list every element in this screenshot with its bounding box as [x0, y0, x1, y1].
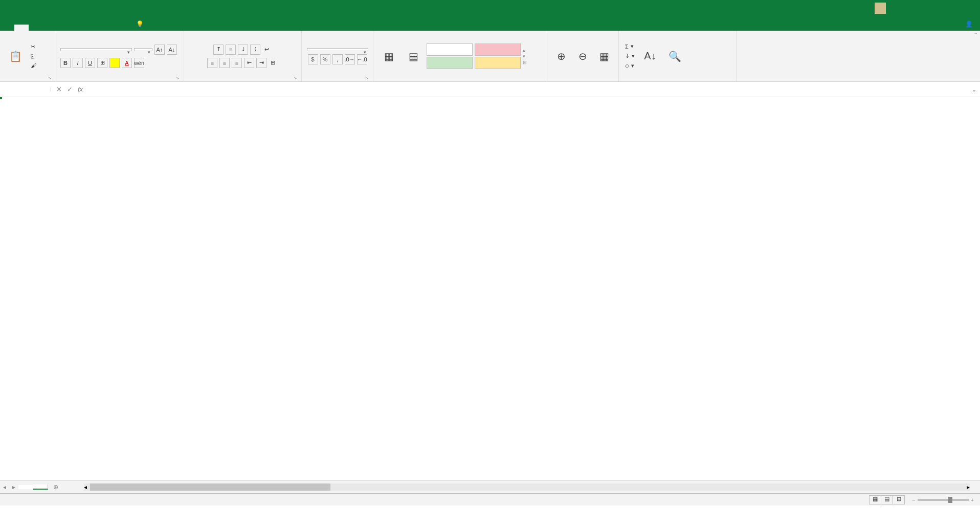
bold-button[interactable]: B — [60, 58, 71, 68]
formula-bar: ✕ ✓ fx ⌄ — [0, 82, 980, 97]
user-area[interactable] — [866, 3, 890, 14]
italic-button[interactable]: I — [73, 58, 83, 68]
font-dialog-icon[interactable]: ↘ — [175, 75, 180, 80]
insert-button[interactable]: ⊕ — [551, 48, 571, 64]
number-format-combo[interactable] — [307, 48, 368, 51]
percent-icon[interactable]: % — [320, 54, 330, 64]
find-select-button[interactable]: 🔍 — [663, 48, 686, 64]
enter-icon[interactable]: ✓ — [67, 85, 73, 93]
view-break-icon[interactable]: ⊞ — [893, 495, 905, 504]
align-bottom-icon[interactable]: ⤓ — [238, 45, 248, 55]
grid[interactable] — [0, 97, 980, 480]
comma-icon[interactable]: , — [332, 54, 343, 64]
view-normal-icon[interactable]: ▦ — [869, 495, 881, 504]
expand-formula-icon[interactable]: ⌄ — [968, 85, 980, 93]
zoom-slider[interactable] — [918, 499, 969, 501]
wrap-text-button[interactable]: ↩ — [262, 45, 272, 54]
styles-down-icon[interactable]: ▾ — [523, 54, 527, 59]
orientation-icon[interactable]: ⤹ — [250, 45, 260, 55]
delete-button[interactable]: ⊖ — [573, 48, 592, 64]
sheet-tab-1[interactable] — [18, 485, 33, 489]
underline-button[interactable]: U — [85, 58, 95, 68]
style-neutral[interactable] — [475, 57, 521, 69]
tab-formulas[interactable] — [57, 25, 72, 31]
align-left-icon[interactable]: ≡ — [207, 58, 217, 68]
inc-decimal-icon[interactable]: .0→ — [345, 54, 355, 64]
cancel-icon[interactable]: ✕ — [56, 85, 62, 93]
zoom-in-icon[interactable]: + — [971, 497, 974, 503]
painter-button[interactable]: 🖌 — [29, 61, 39, 70]
align-top-icon[interactable]: ⤒ — [213, 45, 224, 55]
tab-insert[interactable] — [29, 25, 43, 31]
cond-format-button[interactable]: ▦ — [377, 48, 400, 64]
tab-review[interactable] — [86, 25, 100, 31]
border-button[interactable]: ⊞ — [97, 58, 107, 68]
formula-input[interactable] — [88, 87, 968, 92]
sheet-tab-bar: ◂ ▸ ⊕ ◂▸ — [0, 480, 980, 493]
ribbon-tabs: 💡 👤 — [0, 16, 980, 31]
tab-data[interactable] — [72, 25, 86, 31]
decrease-font-icon[interactable]: A↓ — [167, 45, 177, 55]
share-button[interactable]: 👤 — [958, 17, 980, 31]
tell-me[interactable]: 💡 — [131, 17, 151, 31]
style-bad[interactable] — [475, 43, 521, 56]
styles-up-icon[interactable]: ▴ — [523, 48, 527, 53]
align-center-icon[interactable]: ≡ — [219, 58, 230, 68]
increase-font-icon[interactable]: A↑ — [154, 45, 165, 55]
hscroll-thumb[interactable] — [90, 483, 330, 491]
styles-more-icon[interactable]: ⊟ — [523, 60, 527, 65]
style-normal[interactable] — [427, 43, 473, 56]
indent-dec-icon[interactable]: ⇤ — [244, 58, 254, 68]
number-dialog-icon[interactable]: ↘ — [365, 75, 369, 80]
fill-color-button[interactable] — [109, 58, 120, 68]
sheet-nav-prev-icon[interactable]: ◂ — [0, 483, 9, 491]
zoom-thumb[interactable] — [948, 497, 952, 503]
format-button[interactable]: ▦ — [595, 48, 614, 64]
hscrollbar[interactable]: ◂▸ — [84, 483, 970, 491]
status-bar: ▦ ▤ ⊞ − + — [0, 493, 980, 505]
hscroll-right-icon[interactable]: ▸ — [967, 483, 970, 491]
sort-filter-button[interactable]: A↓ — [639, 48, 661, 64]
currency-icon[interactable]: $ — [308, 54, 318, 64]
fill-button[interactable]: ↧ ▾ — [623, 52, 637, 60]
tab-layout[interactable] — [43, 25, 57, 31]
avatar — [875, 3, 886, 14]
font-size-combo[interactable] — [134, 48, 152, 51]
sheet-tab-2[interactable] — [33, 485, 48, 490]
view-layout-icon[interactable]: ▤ — [881, 495, 893, 504]
autosum-button[interactable]: Σ ▾ — [623, 42, 637, 51]
align-dialog-icon[interactable]: ↘ — [293, 75, 297, 80]
style-good[interactable] — [427, 57, 473, 69]
sheet-nav-next-icon[interactable]: ▸ — [9, 483, 18, 491]
tab-home[interactable] — [14, 25, 29, 31]
align-right-icon[interactable]: ≡ — [232, 58, 242, 68]
merge-button[interactable]: ⊞ — [269, 58, 278, 67]
copy-button[interactable]: ⎘ — [29, 52, 39, 60]
clipboard-dialog-icon[interactable]: ↘ — [48, 75, 52, 80]
paste-button[interactable]: 📋 — [4, 48, 27, 64]
selection-rect — [0, 97, 2, 99]
clear-button[interactable]: ◇ ▾ — [623, 61, 637, 70]
hscroll-left-icon[interactable]: ◂ — [84, 483, 87, 491]
fx-icon[interactable]: fx — [78, 85, 83, 93]
tab-view[interactable] — [100, 25, 115, 31]
ribbon: 📋 ✂ ⎘ 🖌 ↘ A↑ A↓ B I U ⊞ A — [0, 31, 980, 82]
font-color-button[interactable]: A — [122, 58, 132, 68]
dec-decimal-icon[interactable]: ←.0 — [357, 54, 367, 64]
phonetic-button[interactable]: wén — [134, 58, 144, 68]
font-name-combo[interactable] — [60, 48, 132, 51]
tab-file[interactable] — [0, 25, 14, 31]
tab-help[interactable] — [115, 25, 129, 31]
align-middle-icon[interactable]: ≡ — [226, 45, 236, 55]
collapse-ribbon-icon[interactable]: ⌃ — [973, 32, 978, 38]
add-sheet-icon[interactable]: ⊕ — [48, 481, 63, 493]
name-box[interactable] — [0, 87, 51, 92]
zoom-out-icon[interactable]: − — [912, 497, 915, 503]
indent-inc-icon[interactable]: ⇥ — [256, 58, 266, 68]
cut-button[interactable]: ✂ — [29, 42, 39, 51]
table-format-button[interactable]: ▤ — [402, 48, 425, 64]
title-bar — [0, 0, 980, 16]
